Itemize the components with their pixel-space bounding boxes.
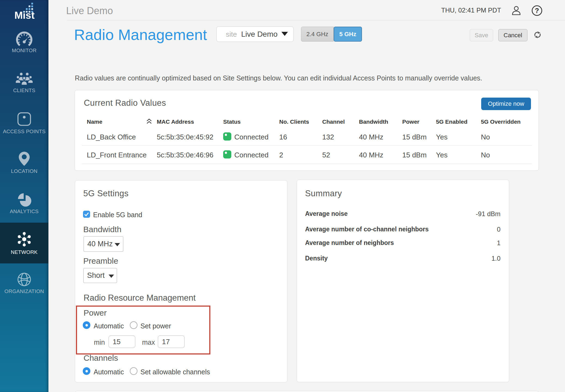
svg-text:?: ? <box>535 7 539 14</box>
svg-text:Mist: Mist <box>14 10 35 21</box>
